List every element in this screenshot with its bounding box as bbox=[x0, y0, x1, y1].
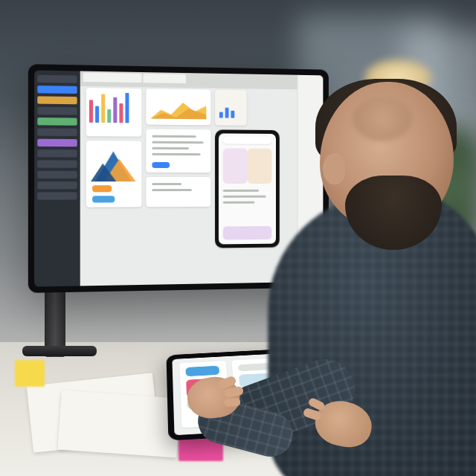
monitor bbox=[28, 64, 329, 293]
sidebar-item[interactable] bbox=[37, 149, 77, 157]
card-bar-chart[interactable] bbox=[86, 88, 142, 137]
card-blank[interactable] bbox=[146, 177, 210, 207]
tab[interactable] bbox=[143, 74, 185, 83]
sidebar-item[interactable] bbox=[37, 118, 77, 126]
sidebar-item[interactable] bbox=[37, 139, 77, 147]
text-line bbox=[152, 153, 200, 155]
bar bbox=[107, 109, 111, 123]
paper-sheet bbox=[57, 390, 180, 458]
tablet-card[interactable] bbox=[185, 366, 219, 377]
sticky-note bbox=[15, 360, 45, 387]
sidebar-item[interactable] bbox=[37, 160, 77, 167]
mobile-frame[interactable] bbox=[215, 129, 280, 248]
card-shapes[interactable] bbox=[86, 141, 142, 207]
text-line bbox=[152, 147, 188, 149]
background-plant bbox=[416, 119, 476, 253]
tag-pill[interactable] bbox=[92, 196, 115, 202]
bar bbox=[101, 94, 105, 123]
sidebar-item[interactable] bbox=[37, 181, 77, 189]
text-line bbox=[223, 190, 259, 192]
bar bbox=[95, 106, 99, 123]
mobile-search-bar[interactable] bbox=[223, 136, 271, 144]
pencil-cup bbox=[412, 312, 446, 357]
sidebar-item[interactable] bbox=[37, 96, 77, 104]
text-line bbox=[152, 189, 191, 191]
bar bbox=[231, 111, 234, 118]
monitor-screen bbox=[34, 70, 323, 286]
sidebar-item[interactable] bbox=[37, 75, 77, 83]
mobile-card[interactable] bbox=[223, 148, 248, 184]
app-sidebar[interactable] bbox=[34, 70, 80, 286]
bar bbox=[125, 93, 129, 123]
scene-root bbox=[0, 0, 476, 476]
sidebar-item[interactable] bbox=[37, 86, 77, 94]
mobile-screen bbox=[219, 133, 276, 244]
monitor-stand-base bbox=[22, 346, 97, 356]
bar bbox=[89, 100, 93, 123]
bar-chart bbox=[86, 88, 142, 126]
mobile-card[interactable] bbox=[248, 148, 272, 183]
sidebar-item[interactable] bbox=[37, 107, 77, 115]
text-line bbox=[152, 141, 203, 144]
card-mini-chart[interactable] bbox=[215, 90, 247, 126]
tab[interactable] bbox=[83, 73, 142, 83]
text-line bbox=[223, 202, 255, 204]
tab-bar bbox=[80, 71, 324, 90]
button-pill[interactable] bbox=[152, 162, 170, 168]
desk-lamp-glow bbox=[364, 60, 431, 97]
tag-pill[interactable] bbox=[92, 185, 112, 192]
properties-panel[interactable] bbox=[298, 75, 324, 282]
bar bbox=[225, 108, 229, 118]
sidebar-item[interactable] bbox=[37, 171, 77, 178]
bar bbox=[219, 112, 223, 118]
mobile-action-card[interactable] bbox=[223, 226, 271, 239]
tablet-card[interactable] bbox=[238, 363, 272, 371]
bar bbox=[119, 103, 123, 123]
sidebar-item[interactable] bbox=[37, 192, 77, 199]
text-line bbox=[223, 196, 266, 198]
text-line bbox=[152, 135, 196, 138]
triangle-graphic-icon bbox=[86, 144, 142, 189]
sidebar-item[interactable] bbox=[37, 128, 77, 136]
card-area-chart[interactable] bbox=[146, 89, 210, 125]
artboard-area bbox=[86, 88, 295, 278]
text-line bbox=[152, 183, 181, 185]
card-text-block[interactable] bbox=[146, 129, 210, 173]
design-canvas[interactable] bbox=[80, 71, 324, 286]
bar bbox=[113, 97, 117, 123]
area-chart-icon bbox=[146, 89, 210, 125]
